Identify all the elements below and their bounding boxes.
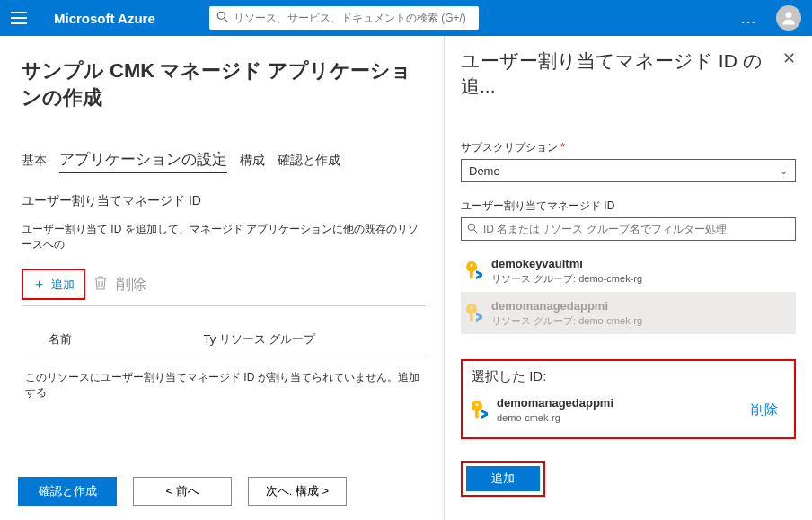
tab-bar: 基本 アプリケーションの設定 構成 確認と作成 — [22, 149, 426, 173]
svg-point-3 — [468, 224, 475, 231]
mi-item[interactable]: demokeyvaultmi リソース グループ: demo-cmek-rg — [461, 250, 796, 292]
tab-app-settings[interactable]: アプリケーションの設定 — [59, 149, 227, 173]
col-name: 名前 — [22, 331, 204, 348]
top-bar: Microsoft Azure … — [0, 0, 812, 36]
panel-footer-highlight: 追加 — [461, 461, 545, 497]
panel-add-button[interactable]: 追加 — [466, 466, 540, 491]
user-avatar[interactable] — [776, 5, 801, 31]
main-content: サンプル CMK マネージド アプリケーションの作成 基本 アプリケーションの設… — [0, 36, 444, 520]
filter-input[interactable] — [483, 223, 790, 235]
close-icon[interactable]: ✕ — [782, 48, 796, 68]
next-button[interactable]: 次へ: 構成 > — [248, 477, 347, 506]
svg-line-4 — [474, 229, 477, 232]
selected-id-box: 選択した ID: demomanagedappmi demo-cmek-rg 削… — [461, 359, 796, 438]
subscription-select[interactable]: Demo ⌄ — [461, 159, 796, 182]
managed-identity-icon — [472, 401, 488, 420]
action-row: ＋ 追加 削除 — [22, 269, 426, 306]
mi-rg: リソース グループ: demo-cmek-rg — [491, 314, 642, 327]
mi-name: demokeyvaultmi — [491, 257, 642, 272]
delete-label: 削除 — [116, 274, 146, 295]
mi-name: demomanagedappmi — [491, 299, 642, 314]
search-icon — [216, 11, 228, 25]
chevron-down-icon: ⌄ — [780, 165, 788, 177]
tab-basic[interactable]: 基本 — [22, 153, 47, 171]
selected-delete-link[interactable]: 削除 — [751, 401, 785, 419]
selected-name: demomanagedappmi — [497, 396, 613, 411]
brand-label: Microsoft Azure — [54, 11, 155, 26]
prev-button[interactable]: < 前へ — [133, 477, 232, 506]
add-button[interactable]: ＋ 追加 — [22, 269, 85, 300]
mi-label: ユーザー割り当てマネージド ID — [461, 198, 796, 214]
managed-identity-icon — [466, 261, 482, 281]
more-icon[interactable]: … — [740, 9, 758, 28]
panel-title: ユーザー割り当てマネージド ID の追... — [461, 48, 782, 99]
svg-line-1 — [224, 19, 227, 22]
col-rg: Ty リソース グループ — [204, 331, 427, 348]
plus-icon: ＋ — [32, 276, 46, 293]
selected-rg: demo-cmek-rg — [497, 411, 613, 424]
table-empty-message: このリソースにユーザー割り当てマネージド ID が割り当てられていません。追加す… — [22, 357, 426, 413]
svg-point-0 — [217, 12, 225, 19]
section-label: ユーザー割り当てマネージド ID — [22, 193, 426, 209]
svg-point-2 — [786, 12, 792, 18]
tab-review[interactable]: 確認と作成 — [278, 153, 340, 171]
trash-icon — [94, 276, 107, 293]
global-search[interactable] — [209, 6, 479, 30]
table-header: 名前 Ty リソース グループ — [22, 306, 426, 357]
filter-search-icon — [467, 223, 478, 236]
page-title: サンプル CMK マネージド アプリケーションの作成 — [22, 57, 426, 111]
add-label: 追加 — [51, 277, 75, 293]
filter-box[interactable] — [461, 217, 796, 241]
managed-identity-icon — [466, 304, 482, 323]
side-panel: ユーザー割り当てマネージド ID の追... ✕ サブスクリプション * Dem… — [444, 36, 812, 520]
review-create-button[interactable]: 確認と作成 — [18, 477, 117, 506]
subscription-label: サブスクリプション * — [461, 140, 796, 155]
mi-item[interactable]: demomanagedappmi リソース グループ: demo-cmek-rg — [461, 292, 796, 334]
hamburger-icon[interactable] — [11, 9, 29, 27]
mi-rg: リソース グループ: demo-cmek-rg — [491, 272, 642, 285]
mi-list: demokeyvaultmi リソース グループ: demo-cmek-rg d… — [461, 250, 796, 334]
footer-buttons: 確認と作成 < 前へ 次へ: 構成 > — [18, 477, 347, 506]
selected-title: 選択した ID: — [472, 368, 785, 385]
subscription-value: Demo — [469, 164, 500, 178]
search-input[interactable] — [234, 12, 472, 24]
section-description: ユーザー割り当て ID を追加して、マネージド アプリケーションに他の既存のリソ… — [22, 222, 426, 252]
tab-config[interactable]: 構成 — [240, 153, 265, 171]
